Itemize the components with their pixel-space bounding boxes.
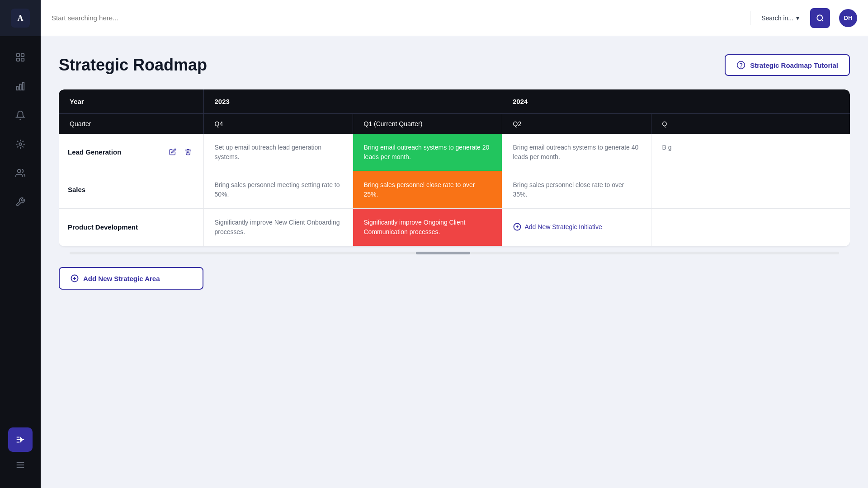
sidebar-item-tools[interactable] bbox=[8, 132, 33, 156]
initiative-cell: Set up email outreach lead generation sy… bbox=[204, 134, 353, 171]
header-2023: 2023 bbox=[203, 89, 502, 114]
sidebar: A bbox=[0, 0, 41, 488]
q3-cell-lead-generation: B g bbox=[651, 134, 850, 171]
roadmap-table-container: Year 2023 2024 Quarter Q4 Q1 (Current Qu… bbox=[59, 89, 850, 246]
header-area-year: Year bbox=[59, 89, 203, 114]
initiative-text: Bring sales personnel close rate to over… bbox=[364, 181, 475, 198]
svg-rect-3 bbox=[21, 58, 24, 61]
initiative-cell: Significantly improve New Client Onboard… bbox=[204, 209, 353, 246]
sidebar-item-users[interactable] bbox=[8, 161, 33, 185]
sidebar-item-menu[interactable] bbox=[8, 453, 33, 477]
q3-cell-product bbox=[651, 209, 850, 246]
initiative-cell: Bring sales personnel close rate to over… bbox=[502, 171, 651, 208]
quarter-header-row: Quarter Q4 Q1 (Current Quarter) Q2 Q bbox=[59, 114, 850, 134]
q1-cell-lead-generation: Bring email outreach systems to generate… bbox=[353, 134, 502, 171]
svg-rect-4 bbox=[17, 86, 19, 90]
svg-rect-2 bbox=[17, 58, 19, 61]
search-in-dropdown[interactable]: Search in... ▾ bbox=[756, 14, 805, 22]
q2-cell-sales: Bring sales personnel close rate to over… bbox=[502, 171, 651, 209]
initiative-text: Bring sales personnel close rate to over… bbox=[513, 181, 624, 198]
page-title: Strategic Roadmap bbox=[59, 56, 207, 75]
sidebar-item-alerts[interactable] bbox=[8, 103, 33, 127]
topbar: Search in... ▾ DH bbox=[41, 0, 868, 36]
add-area-button[interactable]: Add New Strategic Area bbox=[59, 267, 203, 290]
sidebar-item-build[interactable] bbox=[8, 190, 33, 214]
tutorial-button[interactable]: Strategic Roadmap Tutorial bbox=[725, 54, 850, 76]
initiative-text: B g bbox=[662, 144, 672, 151]
area-cell-inner: Lead Generation bbox=[59, 134, 203, 170]
q4-cell-sales: Bring sales personnel meeting setting ra… bbox=[203, 171, 353, 209]
sidebar-bottom bbox=[8, 317, 33, 488]
page-header: Strategic Roadmap Strategic Roadmap Tuto… bbox=[59, 54, 850, 76]
area-label: Product Development bbox=[68, 223, 138, 231]
initiative-cell bbox=[651, 209, 850, 245]
add-area-label: Add New Strategic Area bbox=[83, 275, 160, 282]
add-initiative-button[interactable]: Add New Strategic Initiative bbox=[513, 223, 602, 231]
initiative-cell bbox=[651, 171, 850, 207]
main-content: Strategic Roadmap Strategic Roadmap Tuto… bbox=[41, 36, 868, 488]
svg-line-17 bbox=[821, 19, 823, 21]
header-2024: 2024 bbox=[502, 89, 850, 114]
q1-cell-product: Significantly improve Ongoing Client Com… bbox=[353, 209, 502, 246]
sidebar-logo: A bbox=[0, 0, 41, 36]
area-actions bbox=[166, 145, 194, 158]
q4-cell-product: Significantly improve New Client Onboard… bbox=[203, 209, 353, 246]
add-initiative-cell: Add New Strategic Initiative bbox=[502, 209, 651, 245]
delete-icon[interactable] bbox=[182, 145, 194, 158]
avatar[interactable]: DH bbox=[839, 9, 857, 27]
search-in-label: Search in... bbox=[761, 14, 793, 22]
svg-rect-1 bbox=[21, 54, 24, 56]
initiative-text: Bring email outreach systems to generate… bbox=[364, 144, 490, 160]
svg-point-7 bbox=[19, 143, 22, 145]
initiative-text: Bring sales personnel meeting setting ra… bbox=[215, 181, 340, 198]
area-cell-sales: Sales bbox=[59, 171, 203, 209]
q1-cell-sales: Bring sales personnel close rate to over… bbox=[353, 171, 502, 209]
sidebar-item-analytics[interactable] bbox=[8, 74, 33, 99]
area-label: Lead Generation bbox=[68, 148, 121, 156]
q2-cell-product: Add New Strategic Initiative bbox=[502, 209, 651, 246]
app-logo: A bbox=[11, 9, 30, 28]
area-label: Sales bbox=[68, 186, 85, 193]
area-cell-lead-generation: Lead Generation bbox=[59, 134, 203, 171]
svg-rect-6 bbox=[23, 83, 24, 90]
initiative-cell: B g bbox=[651, 134, 850, 170]
tutorial-btn-label: Strategic Roadmap Tutorial bbox=[750, 61, 838, 69]
topbar-divider bbox=[750, 11, 750, 25]
add-initiative-label: Add New Strategic Initiative bbox=[525, 223, 602, 230]
sidebar-item-dashboard[interactable] bbox=[8, 45, 33, 70]
initiative-text: Set up email outreach lead generation sy… bbox=[215, 144, 322, 160]
search-button[interactable] bbox=[810, 8, 830, 28]
main-area: Search in... ▾ DH Strategic Roadmap Stra… bbox=[41, 0, 868, 488]
scrollbar-thumb[interactable] bbox=[416, 252, 470, 254]
q3-cell-sales bbox=[651, 171, 850, 209]
svg-rect-5 bbox=[19, 84, 21, 90]
sidebar-nav bbox=[8, 36, 33, 317]
initiative-cell-red: Significantly improve Ongoing Client Com… bbox=[353, 209, 502, 246]
initiative-text: Significantly improve Ongoing Client Com… bbox=[364, 219, 466, 235]
table-row: Lead Generation bbox=[59, 134, 850, 171]
svg-point-8 bbox=[18, 169, 21, 173]
initiative-text: Bring email outreach systems to generate… bbox=[513, 144, 639, 160]
initiative-cell: Bring sales personnel meeting setting ra… bbox=[204, 171, 353, 208]
table-row: Sales Bring sales personnel meeting sett… bbox=[59, 171, 850, 209]
initiative-text: Significantly improve New Client Onboard… bbox=[215, 219, 340, 235]
q4-cell-lead-generation: Set up email outreach lead generation sy… bbox=[203, 134, 353, 171]
q2-cell-lead-generation: Bring email outreach systems to generate… bbox=[502, 134, 651, 171]
sidebar-item-roadmap[interactable] bbox=[8, 427, 33, 452]
initiative-cell: Bring email outreach systems to generate… bbox=[502, 134, 651, 171]
area-cell-inner: Product Development bbox=[59, 209, 203, 245]
initiative-cell-orange: Bring sales personnel close rate to over… bbox=[353, 171, 502, 208]
roadmap-table: Year 2023 2024 Quarter Q4 Q1 (Current Qu… bbox=[59, 89, 850, 246]
search-input[interactable] bbox=[52, 8, 745, 28]
year-header-row: Year 2023 2024 bbox=[59, 89, 850, 114]
initiative-cell-green: Bring email outreach systems to generate… bbox=[353, 134, 502, 171]
header-quarter-label: Quarter bbox=[59, 114, 203, 134]
horizontal-scrollbar[interactable] bbox=[59, 246, 850, 260]
area-cell-product: Product Development bbox=[59, 209, 203, 246]
chevron-down-icon: ▾ bbox=[796, 14, 799, 22]
scrollbar-track bbox=[70, 252, 839, 254]
edit-icon[interactable] bbox=[166, 145, 179, 158]
svg-marker-10 bbox=[20, 437, 23, 443]
header-q3: Q bbox=[651, 114, 850, 134]
roadmap-wrapper: Year 2023 2024 Quarter Q4 Q1 (Current Qu… bbox=[59, 89, 850, 488]
